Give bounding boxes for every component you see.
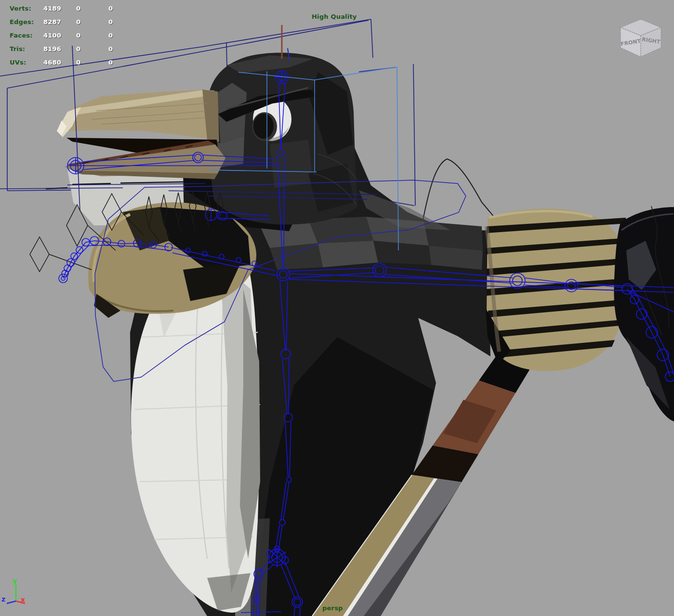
polycount-col3: 0 xyxy=(108,42,113,56)
polycount-label: UVs: xyxy=(10,56,26,69)
polycount-label: Verts: xyxy=(10,2,31,15)
polycount-col2: 0 xyxy=(76,56,80,69)
polycount-col3: 0 xyxy=(108,56,113,69)
3d-viewport[interactable]: Verts: 4189 0 0 Edges: 8287 0 0 Faces: 4… xyxy=(0,0,674,616)
polycount-total: 4189 xyxy=(43,2,61,15)
polycount-total: 4680 xyxy=(43,56,61,69)
polycount-col2: 0 xyxy=(76,42,80,56)
polycount-row: Faces: 4100 0 0 xyxy=(10,29,135,42)
polycount-total: 8287 xyxy=(43,15,61,29)
polycount-col2: 0 xyxy=(76,29,80,42)
polycount-col3: 0 xyxy=(108,29,113,42)
polycount-row: Verts: 4189 0 0 xyxy=(10,2,135,15)
polycount-hud: Verts: 4189 0 0 Edges: 8287 0 0 Faces: 4… xyxy=(10,2,135,69)
polycount-col2: 0 xyxy=(76,2,80,15)
polycount-label: Tris: xyxy=(10,42,25,56)
axis-z-line xyxy=(7,601,16,603)
axis-z-label: z xyxy=(1,595,5,603)
axis-gizmo: y z x xyxy=(0,576,43,616)
viewcube[interactable]: FRONT RIGHT xyxy=(615,13,668,62)
polycount-total: 4100 xyxy=(43,29,61,42)
camera-name-label: persp xyxy=(322,604,343,612)
scene-canvas[interactable] xyxy=(0,0,674,616)
renderer-quality-label: High Quality xyxy=(312,13,357,20)
axis-x-label: x xyxy=(21,596,25,603)
polycount-col2: 0 xyxy=(76,15,80,29)
polycount-label: Edges: xyxy=(10,15,34,29)
polycount-col3: 0 xyxy=(108,15,113,29)
polycount-col3: 0 xyxy=(108,2,113,15)
polycount-total: 8196 xyxy=(43,42,61,56)
polycount-row: Tris: 8196 0 0 xyxy=(10,42,135,56)
polycount-label: Faces: xyxy=(10,29,33,42)
axis-y-label: y xyxy=(13,577,17,585)
polycount-row: Edges: 8287 0 0 xyxy=(10,15,135,29)
polycount-row: UVs: 4680 0 0 xyxy=(10,56,135,69)
